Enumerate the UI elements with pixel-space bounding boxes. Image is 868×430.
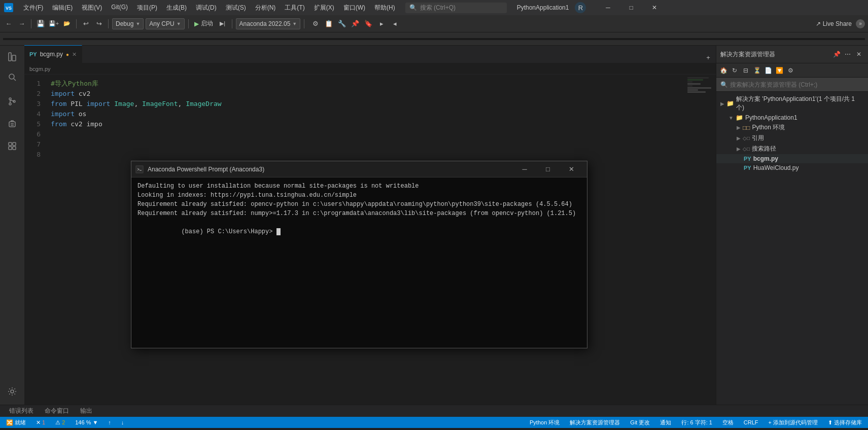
se-show-files[interactable]: 📄	[763, 65, 773, 76]
status-navigate-up[interactable]: ↑	[106, 419, 113, 425]
se-refresh[interactable]: ↻	[730, 65, 740, 76]
menu-help[interactable]: 帮助(H)	[370, 2, 399, 14]
activity-explorer[interactable]	[3, 48, 21, 66]
maximize-button[interactable]: □	[619, 0, 643, 15]
status-crlf[interactable]: CRLF	[742, 419, 760, 426]
menu-extensions[interactable]: 扩展(X)	[310, 2, 338, 14]
activity-debug[interactable]	[3, 115, 21, 133]
se-settings2[interactable]: ⚙	[785, 65, 795, 76]
menu-test[interactable]: 测试(S)	[222, 2, 250, 14]
activity-settings[interactable]	[3, 382, 21, 401]
error-count: 1	[42, 419, 45, 425]
toolbar-step-over[interactable]: ▶|	[217, 18, 228, 29]
status-zoom[interactable]: 146 % ▼	[73, 419, 100, 425]
platform-dropdown[interactable]: Any CPU ▼	[146, 18, 184, 29]
menu-tools[interactable]: 工具(T)	[281, 2, 308, 14]
se-home[interactable]: 🏠	[718, 65, 728, 76]
status-row-col[interactable]: 行: 6 字符: 1	[679, 419, 714, 426]
tab-bcgm[interactable]: PY bcgm.py ● ✕	[24, 45, 82, 63]
toolbar-redo[interactable]: ↪	[93, 18, 105, 29]
status-tab-python-env[interactable]: Python 环境	[528, 419, 562, 426]
se-close[interactable]: ✕	[854, 49, 864, 59]
bottom-tab-command[interactable]: 命令窗口	[40, 406, 74, 416]
project-label: PythonApplication1	[745, 114, 797, 121]
status-warnings[interactable]: ⚠ 2	[53, 419, 67, 426]
toolbar-forward[interactable]: →	[16, 18, 27, 29]
toolbar-expand[interactable]: »	[856, 19, 865, 28]
run-button[interactable]: ▶ 启动	[192, 18, 215, 29]
toolbar-icon-6[interactable]: ▸	[376, 18, 387, 29]
platform-arrow: ▼	[177, 21, 181, 26]
menu-debug[interactable]: 调试(D)	[192, 2, 221, 14]
status-bar: 🔀 就绪 ✕ 1 ⚠ 2 146 % ▼ ↑ ↓ Python 环境 解决方案资…	[0, 417, 868, 428]
anaconda-dropdown[interactable]: Anaconda 2022.05 ▼	[236, 18, 301, 29]
code-editor[interactable]: 1 2 3 4 5 6 7 8 #导入Python库 import cv2 fr…	[24, 75, 716, 405]
tab-python-env-label: Python 环境	[530, 419, 560, 426]
terminal-close[interactable]: ✕	[560, 161, 583, 177]
se-search-path[interactable]: ▶ ◇□ 搜索路径	[716, 144, 868, 154]
play-icon: ▶	[194, 20, 199, 27]
status-spaces[interactable]: 空格	[720, 419, 736, 426]
toolbar-icon-2[interactable]: 📋	[323, 18, 334, 29]
se-toolbar: 🏠 ↻ ⊟ ⏳ 📄 🔽 ⚙	[716, 63, 868, 78]
close-button[interactable]: ✕	[643, 0, 666, 15]
status-select-repo[interactable]: ⬆ 选择存储库	[826, 419, 864, 426]
se-solution-root[interactable]: ▶ 📁 解决方案 'PythonApplication1'(1 个项目/共 1 …	[716, 94, 868, 113]
status-add-source[interactable]: + 添加到源代码管理	[767, 419, 820, 426]
toolbar-save[interactable]: 💾	[35, 18, 46, 29]
toolbar-icon-3[interactable]: 🔧	[336, 18, 348, 29]
menu-git[interactable]: Git(G)	[107, 2, 132, 14]
se-pin[interactable]: 📌	[831, 49, 842, 59]
debug-config-dropdown[interactable]: Debug ▼	[112, 18, 144, 29]
terminal-content[interactable]: Defaulting to user installation because …	[131, 177, 587, 348]
se-bcgm-py[interactable]: PY bcgm.py	[716, 154, 868, 163]
status-right: Python 环境 解决方案资源管理器 Git 更改 通知 行: 6 字符: 1…	[528, 419, 864, 426]
toolbar-open[interactable]: 📂	[61, 18, 73, 29]
menu-build[interactable]: 生成(B)	[162, 2, 191, 14]
status-errors[interactable]: ✕ 1	[34, 419, 47, 426]
menu-project[interactable]: 项目(P)	[133, 2, 161, 14]
menu-analyze[interactable]: 分析(N)	[251, 2, 280, 14]
new-tab-button[interactable]: +	[703, 52, 714, 63]
search-box[interactable]: 🔍 搜索 (Ctrl+Q)	[405, 3, 507, 13]
toolbar-icon-4[interactable]: 📌	[350, 18, 361, 29]
se-search-input[interactable]	[730, 81, 864, 88]
terminal-minimize[interactable]: ─	[513, 161, 536, 177]
toolbar-icon-5[interactable]: 🔖	[363, 18, 374, 29]
toolbar-back[interactable]: ←	[3, 18, 14, 29]
status-ready[interactable]: 🔀 就绪	[4, 419, 28, 426]
se-project-item[interactable]: ▼ 📁 PythonApplication1	[716, 113, 868, 122]
status-navigate-down[interactable]: ↓	[119, 419, 126, 425]
se-pending[interactable]: ⏳	[752, 65, 762, 76]
menu-edit[interactable]: 编辑(E)	[48, 2, 77, 14]
status-tab-notifications[interactable]: 通知	[658, 419, 673, 426]
menu-file[interactable]: 文件(F)	[19, 2, 47, 14]
toolbar-icon-1[interactable]: ⚙	[310, 18, 321, 29]
menu-view[interactable]: 视图(V)	[78, 2, 106, 14]
status-tab-solution-explorer[interactable]: 解决方案资源管理器	[568, 419, 622, 426]
toolbar-save-all[interactable]: 💾+	[48, 18, 59, 29]
status-tab-git[interactable]: Git 更改	[628, 419, 652, 426]
live-share-button[interactable]: ↗ Live Share	[816, 20, 852, 27]
activity-extensions[interactable]	[3, 137, 21, 155]
menu-window[interactable]: 窗口(W)	[339, 2, 369, 14]
tab-close[interactable]: ✕	[72, 51, 77, 58]
bottom-tab-output[interactable]: 输出	[75, 406, 97, 416]
se-more[interactable]: ⋯	[843, 49, 853, 59]
svg-point-7	[9, 103, 11, 105]
se-search[interactable]: 🔍	[716, 78, 868, 92]
se-references[interactable]: ▶ ◇□ 引用	[716, 133, 868, 144]
user-profile[interactable]: R	[575, 2, 586, 13]
se-filter[interactable]: 🔽	[774, 65, 784, 76]
se-huawei-py[interactable]: PY HuaWeiCloud.py	[716, 163, 868, 172]
se-collapse[interactable]: ⊟	[741, 65, 751, 76]
activity-search[interactable]	[3, 68, 21, 86]
minimize-button[interactable]: ─	[596, 0, 619, 15]
toolbar-icon-7[interactable]: ◂	[389, 18, 400, 29]
activity-git[interactable]	[3, 92, 21, 111]
toolbar-undo[interactable]: ↩	[80, 18, 91, 29]
platform-label: Any CPU	[149, 20, 174, 27]
terminal-maximize[interactable]: □	[536, 161, 560, 177]
bottom-tab-errors[interactable]: 错误列表	[4, 406, 39, 416]
se-python-env[interactable]: ▶ □□ Python 环境	[716, 122, 868, 133]
